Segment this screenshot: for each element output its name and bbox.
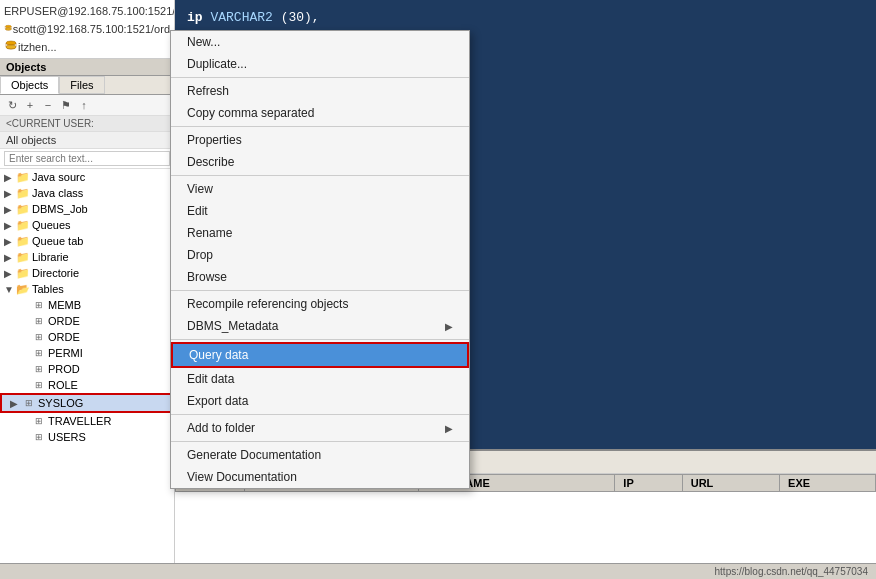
expand-icon: ▶ xyxy=(4,220,16,231)
refresh-icon[interactable]: ↻ xyxy=(4,97,20,113)
menu-item-drop[interactable]: Drop xyxy=(171,244,469,266)
table-icon: ⊞ xyxy=(32,414,46,428)
expand-icon: ▼ xyxy=(4,284,16,295)
flag-icon[interactable]: ⚑ xyxy=(58,97,74,113)
separator-5 xyxy=(171,339,469,340)
main-container: ERPUSER@192.168.75.100:1521/ord scott@19… xyxy=(0,0,876,579)
menu-item-browse[interactable]: Browse xyxy=(171,266,469,288)
menu-item-copy[interactable]: Copy comma separated xyxy=(171,102,469,124)
folder-icon: 📁 xyxy=(16,250,30,264)
folder-icon: 📁 xyxy=(16,170,30,184)
status-url: https://blog.csdn.net/qq_44757034 xyxy=(715,566,868,577)
connection-item-2[interactable]: scott@192.168.75.100:1521/ord xyxy=(0,20,174,38)
separator-6 xyxy=(171,414,469,415)
folder-icon: 📁 xyxy=(16,234,30,248)
table-icon: ⊞ xyxy=(32,430,46,444)
search-box xyxy=(0,149,174,169)
expand-icon: ▶ xyxy=(4,172,16,183)
menu-item-view[interactable]: View xyxy=(171,178,469,200)
connection-label-2: scott@192.168.75.100:1521/ord xyxy=(13,23,170,35)
menu-item-generate-doc[interactable]: Generate Documentation xyxy=(171,444,469,466)
expand-icon: ▶ xyxy=(4,236,16,247)
connection-list: ERPUSER@192.168.75.100:1521/ord scott@19… xyxy=(0,0,174,59)
menu-item-add-to-folder[interactable]: Add to folder ▶ xyxy=(171,417,469,439)
objects-tabs: Objects Files xyxy=(0,76,174,95)
db-icon-2 xyxy=(4,22,13,36)
svg-point-5 xyxy=(6,45,16,49)
folder-icon: 📁 xyxy=(16,202,30,216)
table-icon: ⊞ xyxy=(32,330,46,344)
table-icon: ⊞ xyxy=(32,346,46,360)
menu-item-recompile[interactable]: Recompile referencing objects xyxy=(171,293,469,315)
menu-item-edit[interactable]: Edit xyxy=(171,200,469,222)
tree-item-role[interactable]: ⊞ ROLE xyxy=(0,377,174,393)
tree-item-users[interactable]: ⊞ USERS xyxy=(0,429,174,445)
tree-item-memb[interactable]: ⊞ MEMB xyxy=(0,297,174,313)
menu-item-refresh[interactable]: Refresh xyxy=(171,80,469,102)
menu-item-view-doc[interactable]: View Documentation xyxy=(171,466,469,488)
tree-item-dbms-job[interactable]: ▶ 📁 DBMS_Job xyxy=(0,201,174,217)
separator-1 xyxy=(171,77,469,78)
menu-item-duplicate[interactable]: Duplicate... xyxy=(171,53,469,75)
connection-item-3[interactable]: itzhen... xyxy=(0,38,174,56)
db-icon-3 xyxy=(4,40,18,54)
tree-item-permi[interactable]: ⊞ PERMI xyxy=(0,345,174,361)
menu-item-export-data[interactable]: Export data xyxy=(171,390,469,412)
menu-item-describe[interactable]: Describe xyxy=(171,151,469,173)
tree-item-java-source[interactable]: ▶ 📁 Java sourc xyxy=(0,169,174,185)
up-icon[interactable]: ↑ xyxy=(76,97,92,113)
tree-item-traveller[interactable]: ⊞ TRAVELLER xyxy=(0,413,174,429)
menu-item-dbms-metadata[interactable]: DBMS_Metadata ▶ xyxy=(171,315,469,337)
expand-icon: ▶ xyxy=(4,204,16,215)
menu-item-properties[interactable]: Properties xyxy=(171,129,469,151)
tab-objects[interactable]: Objects xyxy=(0,76,59,94)
menu-item-rename[interactable]: Rename xyxy=(171,222,469,244)
connection-label-1: ERPUSER@192.168.75.100:1521/ord xyxy=(4,5,175,17)
left-panel: ERPUSER@192.168.75.100:1521/ord scott@19… xyxy=(0,0,175,579)
tree-item-queue-tab[interactable]: ▶ 📁 Queue tab xyxy=(0,233,174,249)
tree-list: ▶ 📁 Java sourc ▶ 📁 Java class ▶ 📁 DBMS_J… xyxy=(0,169,174,579)
add-icon[interactable]: + xyxy=(22,97,38,113)
expand-icon: ▶ xyxy=(4,252,16,263)
menu-item-edit-data[interactable]: Edit data xyxy=(171,368,469,390)
separator-7 xyxy=(171,441,469,442)
objects-header: Objects xyxy=(0,59,174,76)
menu-item-query-data[interactable]: Query data xyxy=(171,342,469,368)
separator-3 xyxy=(171,175,469,176)
tree-item-directories[interactable]: ▶ 📁 Directorie xyxy=(0,265,174,281)
col-url: URL xyxy=(682,475,779,492)
tree-item-libraries[interactable]: ▶ 📁 Librarie xyxy=(0,249,174,265)
col-exe: EXE xyxy=(780,475,876,492)
tree-item-queues[interactable]: ▶ 📁 Queues xyxy=(0,217,174,233)
objects-toolbar: ↻ + − ⚑ ↑ xyxy=(0,95,174,116)
status-bar: https://blog.csdn.net/qq_44757034 xyxy=(0,563,876,579)
table-icon: ⊞ xyxy=(32,362,46,376)
expand-icon: ▶ xyxy=(4,268,16,279)
tree-item-orde1[interactable]: ⊞ ORDE xyxy=(0,313,174,329)
tab-files[interactable]: Files xyxy=(59,76,104,94)
remove-icon[interactable]: − xyxy=(40,97,56,113)
svg-point-4 xyxy=(6,41,16,45)
tree-item-syslog[interactable]: ▶ ⊞ SYSLOG xyxy=(0,393,174,413)
col-ip: IP xyxy=(615,475,682,492)
folder-icon: 📁 xyxy=(16,218,30,232)
connection-item-1[interactable]: ERPUSER@192.168.75.100:1521/ord xyxy=(0,2,174,20)
tree-item-tables[interactable]: ▼ 📂 Tables xyxy=(0,281,174,297)
folder-icon: 📂 xyxy=(16,282,30,296)
table-icon: ⊞ xyxy=(32,298,46,312)
arrow-icon: ▶ xyxy=(445,321,453,332)
separator-2 xyxy=(171,126,469,127)
tree-item-orde2[interactable]: ⊞ ORDE xyxy=(0,329,174,345)
all-objects-label: All objects xyxy=(0,132,174,149)
tree-item-java-class[interactable]: ▶ 📁 Java class xyxy=(0,185,174,201)
folder-icon: 📁 xyxy=(16,266,30,280)
code-line-1: ip VARCHAR2 (30), xyxy=(187,8,864,29)
context-menu: New... Duplicate... Refresh Copy comma s… xyxy=(170,30,470,489)
arrow-icon-2: ▶ xyxy=(445,423,453,434)
objects-panel: Objects Objects Files ↻ + − ⚑ ↑ <CURRENT… xyxy=(0,59,174,579)
table-icon: ⊞ xyxy=(32,314,46,328)
menu-item-new[interactable]: New... xyxy=(171,31,469,53)
current-user-label: <CURRENT USER: xyxy=(0,116,174,132)
search-input[interactable] xyxy=(4,151,170,166)
tree-item-prod[interactable]: ⊞ PROD xyxy=(0,361,174,377)
